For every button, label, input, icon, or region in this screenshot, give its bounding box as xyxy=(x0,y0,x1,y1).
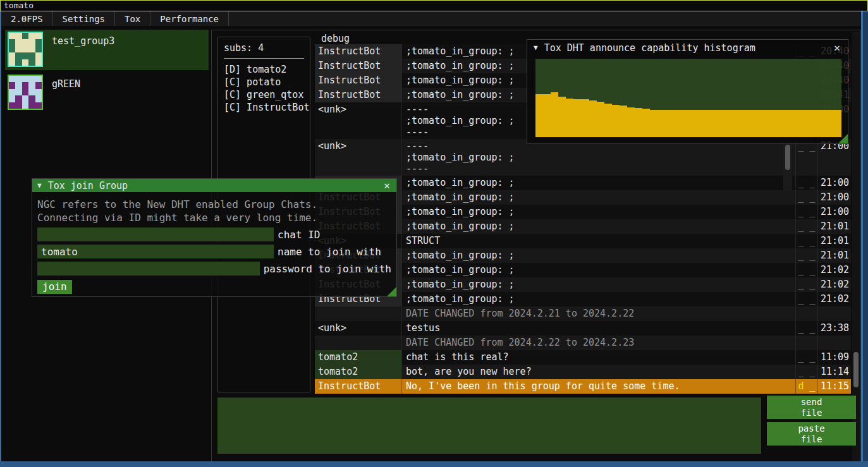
status-cell: _ _ xyxy=(796,176,818,190)
collapse-triangle-icon[interactable]: ▼ xyxy=(37,181,42,190)
status-cell: _ _ xyxy=(796,350,818,365)
message-cell: DATE CHANGED from 2024.2.21 to 2024.2.22 xyxy=(402,306,796,321)
dht-histogram-title: Tox DHT announce capability histogram xyxy=(544,42,755,54)
wm-edge-right-inner xyxy=(861,11,863,467)
status-cell: _ _ xyxy=(796,205,818,219)
time-cell: 11:15 xyxy=(818,379,851,394)
wm-titlebar[interactable]: tomato xyxy=(0,0,868,11)
status-cell: _ _ xyxy=(796,190,818,205)
status-cell: _ _ xyxy=(796,248,818,263)
message-cell: STRUCT xyxy=(402,234,796,248)
status-cell xyxy=(796,336,818,350)
message-cell: ;tomato_in_group: ; xyxy=(402,176,796,190)
join-description-line1: NGC refers to the New DHT enabled Group … xyxy=(37,198,391,211)
resize-grip[interactable] xyxy=(838,134,848,143)
sub-member[interactable]: [C] InstructBot xyxy=(224,101,304,114)
histogram-bar xyxy=(620,106,627,137)
chat-id-label: chat ID xyxy=(278,229,320,241)
message-cell: ;tomato_in_group: ; xyxy=(402,277,796,292)
send-file-button[interactable]: send file xyxy=(767,396,856,419)
sender-cell: <unk> xyxy=(315,102,402,139)
sub-member[interactable]: [C] green_qtox xyxy=(224,88,304,101)
time-cell: 23:38 xyxy=(818,321,851,336)
chat-id-input[interactable] xyxy=(37,227,274,241)
histogram-bar xyxy=(627,107,635,137)
join-name-input[interactable] xyxy=(37,245,274,258)
paste-file-button[interactable]: paste file xyxy=(767,422,856,446)
menu-performance[interactable]: Performance xyxy=(150,11,229,26)
message-row[interactable]: tomato2bot, are you new here?_ _11:14 xyxy=(315,365,851,379)
menu-performance-label: Performance xyxy=(160,14,219,24)
histogram-plot xyxy=(535,59,841,137)
histogram-bar xyxy=(558,97,566,137)
histogram-bar xyxy=(780,110,788,137)
time-cell: 21:01 xyxy=(818,234,851,248)
sender-cell: <unk> xyxy=(315,139,402,176)
histogram-bar xyxy=(582,99,589,137)
chat-scrollbar-thumb[interactable] xyxy=(853,352,859,387)
histogram-bar xyxy=(742,110,750,137)
status-cell: d _ xyxy=(796,379,818,394)
message-cell: ;tomato_in_group: ; xyxy=(402,248,796,263)
resize-grip[interactable] xyxy=(387,287,396,296)
sub-member[interactable]: [C] potato xyxy=(224,76,304,88)
message-cell: ;tomato_in_group: ; xyxy=(402,263,796,277)
message-cell: chat is this real? xyxy=(402,350,796,365)
sender-cell: tomato2 xyxy=(315,365,402,379)
message-cell: bot, are you new here? xyxy=(402,365,796,379)
sender-cell: InstructBot xyxy=(315,379,402,394)
tab-debug[interactable]: debug xyxy=(315,33,356,44)
histogram-bar xyxy=(573,99,581,137)
message-cell: ;tomato_in_group: ; xyxy=(402,205,796,219)
message-cell: ---- ;tomato_in_group: ; ---- xyxy=(402,139,796,176)
status-cell: _ _ xyxy=(796,263,818,277)
time-cell: 11:09 xyxy=(818,350,851,365)
message-row[interactable]: <unk>---- ;tomato_in_group: ; ----_ _21:… xyxy=(315,139,851,176)
sender-cell: InstructBot xyxy=(315,59,402,73)
time-cell: 21:00 xyxy=(818,205,851,219)
sub-member[interactable]: [D] tomato2 xyxy=(224,63,304,76)
histogram-bar xyxy=(673,110,681,137)
inner-scrollbar-thumb[interactable] xyxy=(785,145,790,170)
close-icon[interactable]: ✕ xyxy=(833,42,841,54)
message-row[interactable]: <unk>testus_ _23:38 xyxy=(315,321,851,336)
group-item-test_group3[interactable]: test_group3 xyxy=(5,30,209,70)
time-cell xyxy=(818,306,851,321)
join-group-titlebar[interactable]: ▼ Tox join Group ✕ xyxy=(32,179,396,192)
status-cell: _ _ xyxy=(796,234,818,248)
message-input[interactable] xyxy=(217,397,761,454)
status-cell: _ _ xyxy=(796,292,818,306)
sender-cell: <unk> xyxy=(315,321,402,336)
message-row[interactable]: InstructBotNo, I've been in this group f… xyxy=(315,379,851,394)
join-name-label: name to join with xyxy=(278,246,381,258)
close-icon[interactable]: ✕ xyxy=(382,179,391,191)
sender-cell: InstructBot xyxy=(315,44,402,59)
histogram-bar xyxy=(773,110,780,137)
message-row[interactable]: tomato2chat is this real?_ _11:09 xyxy=(315,350,851,365)
menu-tox[interactable]: Tox xyxy=(115,11,150,26)
message-cell: ;tomato_in_group: ; xyxy=(402,190,796,205)
histogram-bar xyxy=(681,110,688,137)
status-cell: _ _ xyxy=(796,365,818,379)
app-screen: tomato 2.0FPS Settings Tox Performance t… xyxy=(0,0,868,467)
join-password-input[interactable] xyxy=(37,262,260,276)
histogram-bar xyxy=(734,110,742,137)
time-cell: 21:00 xyxy=(818,139,851,176)
message-cell: No, I've been in this group for quite so… xyxy=(402,379,796,394)
status-cell: _ _ xyxy=(796,219,818,234)
join-description-line2: Connecting via ID might take a very long… xyxy=(37,211,391,224)
time-cell: 11:14 xyxy=(818,365,851,379)
date-separator-row[interactable]: DATE CHANGED from 2024.2.21 to 2024.2.22 xyxy=(315,306,851,321)
join-group-body: NGC refers to the New DHT enabled Group … xyxy=(32,192,396,294)
dht-histogram-titlebar[interactable]: ▼ Tox DHT announce capability histogram … xyxy=(527,40,848,56)
collapse-triangle-icon[interactable]: ▼ xyxy=(534,44,538,52)
histogram-bar xyxy=(803,110,810,137)
menu-settings[interactable]: Settings xyxy=(53,11,115,26)
join-button[interactable]: join xyxy=(37,280,72,294)
histogram-bar xyxy=(826,110,834,137)
histogram-bar xyxy=(818,110,826,137)
histogram-bar xyxy=(757,110,765,137)
date-separator-row[interactable]: DATE CHANGED from 2024.2.22 to 2024.2.23 xyxy=(315,336,851,350)
status-cell: _ _ xyxy=(796,277,818,292)
group-item-gREEN[interactable]: gREEN xyxy=(5,73,209,109)
